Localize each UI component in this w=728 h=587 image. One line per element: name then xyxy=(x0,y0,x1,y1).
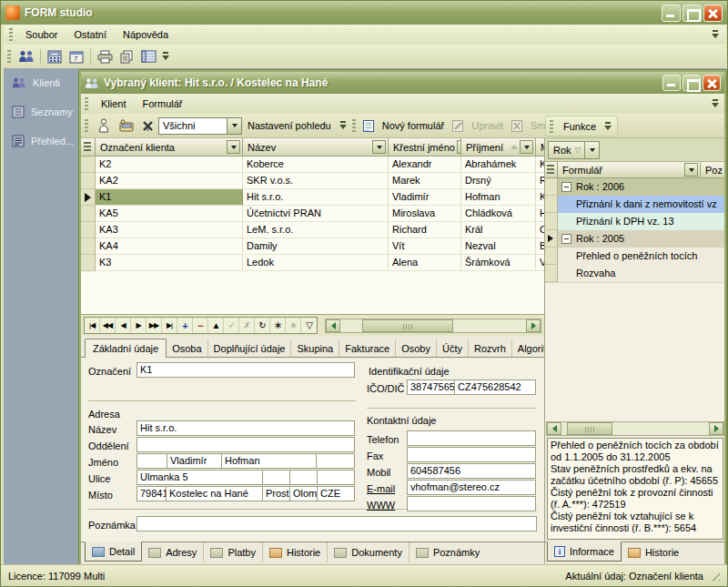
cell-jmeno[interactable]: Alexandr xyxy=(389,157,461,173)
cell-nazev[interactable]: Koberce xyxy=(243,157,389,173)
oznaceni-field[interactable]: K1 xyxy=(136,362,355,378)
scroll-left-icon[interactable] xyxy=(326,319,340,332)
cell-misto[interactable]: Kost xyxy=(536,189,544,206)
nav-goto-bookmark-button[interactable]: ∗ xyxy=(286,318,301,333)
sidebar-item-seznamy[interactable]: Seznamy xyxy=(4,97,79,127)
tab-osoba[interactable]: Osoba xyxy=(167,339,207,357)
www-link-label[interactable]: WWW xyxy=(367,500,395,511)
tab-ucty[interactable]: Účty xyxy=(437,339,469,357)
titul-za-field[interactable] xyxy=(316,453,355,469)
cell-misto[interactable]: Hrad xyxy=(536,206,544,222)
column-header-prijmeni[interactable]: Příjmení xyxy=(461,138,536,157)
minimize-button[interactable] xyxy=(662,5,681,22)
cell-oznaceni[interactable]: K3 xyxy=(96,255,243,271)
ulice-cislo-field[interactable] xyxy=(262,470,290,485)
nav-post-button[interactable]: ✓ xyxy=(224,318,239,333)
cell-prijmeni[interactable]: Chládková xyxy=(461,206,536,222)
cell-jmeno[interactable]: Vladimír xyxy=(389,189,461,206)
misto-field[interactable]: Kostelec na Hané xyxy=(166,486,263,501)
new-form-button[interactable]: Nový formulář xyxy=(377,117,450,134)
kraj-field[interactable]: Olom xyxy=(289,486,318,501)
table-row[interactable]: KA3 LeM. s.r.o. Richard Král Cheb xyxy=(81,222,544,238)
nav-edit-button[interactable]: ▲ xyxy=(208,318,224,333)
menu-formular[interactable]: Formulář xyxy=(135,96,191,112)
tab-dokumenty[interactable]: Dokumenty xyxy=(328,542,410,562)
nav-prior-button[interactable]: ◀ xyxy=(116,318,131,333)
client-menubar-grip[interactable] xyxy=(85,97,88,110)
krestni-jmeno-field[interactable]: Vladimír xyxy=(167,453,222,469)
menu-napoveda[interactable]: Nápověda xyxy=(115,26,177,43)
client-toolbar-grip[interactable] xyxy=(85,119,88,132)
dic-field[interactable]: CZ475628542 xyxy=(454,380,536,395)
tab-info-historie[interactable]: Historie xyxy=(622,542,685,562)
tab-platby[interactable]: Platby xyxy=(204,542,263,562)
cell-oznaceni[interactable]: KA4 xyxy=(96,238,243,255)
form-item-row[interactable]: Přiznání k DPH vz. 13 xyxy=(545,213,724,230)
column-header-poznamka[interactable]: Poz xyxy=(701,162,724,178)
tab-detail[interactable]: Detail xyxy=(85,541,142,562)
list-toolbar-button[interactable] xyxy=(137,47,159,66)
email-field[interactable]: vhofman@stereo.cz xyxy=(407,480,536,495)
nav-cancel-button[interactable]: ✗ xyxy=(239,318,255,333)
tab-adresy[interactable]: Adresy xyxy=(142,542,204,562)
menubar-overflow-icon[interactable] xyxy=(712,29,720,40)
scroll-right-icon[interactable] xyxy=(526,319,541,332)
card-toolbar-button[interactable] xyxy=(115,116,136,136)
nav-delete-button[interactable]: − xyxy=(193,318,208,333)
delete-client-toolbar-button[interactable] xyxy=(136,116,158,136)
chevron-down-icon[interactable] xyxy=(584,142,599,158)
table-row[interactable]: KA2 SKR v.o.s. Marek Drsný Rudn xyxy=(81,173,544,189)
ico-field[interactable]: 38747565 xyxy=(407,380,455,395)
functions-button[interactable]: Funkce xyxy=(558,118,602,135)
collapse-icon[interactable] xyxy=(561,182,571,192)
table-corner-button[interactable] xyxy=(81,138,96,157)
ulice-extra-field[interactable] xyxy=(317,470,355,485)
tab-skupina[interactable]: Skupina xyxy=(291,339,339,357)
cell-nazev[interactable]: Damily xyxy=(243,238,389,255)
client-minimize-button[interactable] xyxy=(662,75,681,91)
mobil-field[interactable]: 604587456 xyxy=(407,463,536,479)
new-form-icon[interactable] xyxy=(360,116,377,136)
titul-field[interactable] xyxy=(136,453,167,469)
cell-oznaceni[interactable]: K2 xyxy=(96,157,243,173)
calendar-toolbar-button[interactable]: 7 xyxy=(66,47,87,66)
cell-prijmeni[interactable]: Nezval xyxy=(461,238,536,255)
table-row[interactable]: KA5 Účetnictví PRAN Miroslava Chládková … xyxy=(81,206,544,222)
cell-oznaceni[interactable]: KA5 xyxy=(96,206,243,222)
maximize-button[interactable] xyxy=(682,5,702,22)
cell-prijmeni[interactable]: Abrahámek xyxy=(461,157,536,173)
client-toolbar-overflow-icon[interactable] xyxy=(339,120,348,131)
cell-prijmeni[interactable]: Hofman xyxy=(461,189,536,206)
client-maximize-button[interactable] xyxy=(682,75,701,91)
cell-prijmeni[interactable]: Drsný xyxy=(461,173,536,189)
cell-misto[interactable]: Rudn xyxy=(536,173,544,189)
nav-insert-button[interactable]: + xyxy=(177,318,193,333)
column-filter-icon[interactable] xyxy=(372,140,386,154)
person-toolbar-button[interactable] xyxy=(93,116,115,136)
cell-misto[interactable]: Vyšk xyxy=(536,255,544,271)
nazev-field[interactable]: Hit s.r.o. xyxy=(136,420,355,436)
ulice-cislo2-field[interactable] xyxy=(289,470,318,485)
tab-rozvrh[interactable]: Rozvrh xyxy=(469,339,512,357)
cell-nazev[interactable]: Hit s.r.o. xyxy=(243,189,389,206)
scrollbar-thumb[interactable] xyxy=(567,422,612,435)
nav-filter-button[interactable]: ▽ xyxy=(301,318,317,333)
menu-klient[interactable]: Klient xyxy=(93,96,135,112)
view-settings-button[interactable]: Nastavení pohledu xyxy=(242,117,337,134)
resize-grip[interactable] xyxy=(709,571,720,582)
nav-last-button[interactable]: ▶| xyxy=(162,318,177,333)
cell-nazev[interactable]: SKR v.o.s. xyxy=(243,173,389,189)
column-header-formular[interactable]: Formulář xyxy=(558,162,701,178)
tab-doplnujici-udaje[interactable]: Doplňující údaje xyxy=(208,339,292,357)
nav-next-page-button[interactable]: ▶▶ xyxy=(147,318,162,333)
chevron-down-icon[interactable] xyxy=(227,118,241,134)
cell-jmeno[interactable]: Vít xyxy=(389,238,461,255)
scroll-right-icon[interactable] xyxy=(709,422,723,435)
sidebar-item-klienti[interactable]: Klienti xyxy=(4,68,79,97)
column-header-nazev[interactable]: Název xyxy=(243,138,389,157)
toolbar-overflow-icon[interactable] xyxy=(162,51,170,62)
rok-group-button[interactable]: Rok ▽ xyxy=(548,141,600,159)
fax-field[interactable] xyxy=(407,447,536,462)
form-toolbar-grip[interactable] xyxy=(352,119,356,132)
cell-oznaceni[interactable]: KA2 xyxy=(96,173,243,189)
